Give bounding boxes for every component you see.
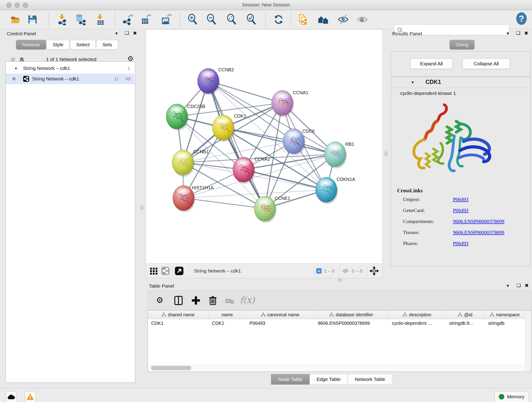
- results-panel-close-icon[interactable]: ✖: [524, 31, 528, 36]
- show-all-button[interactable]: [356, 13, 368, 26]
- pan-crosshair-icon[interactable]: [370, 266, 379, 275]
- delete-column-trash-icon[interactable]: [208, 295, 218, 306]
- warnings-button[interactable]: [25, 391, 36, 402]
- tab-select[interactable]: Select: [70, 40, 96, 50]
- export-table-button[interactable]: [140, 13, 152, 26]
- control-panel-float-icon[interactable]: ❑: [125, 30, 129, 36]
- duplicate-network-button[interactable]: [297, 13, 309, 26]
- zoom-in-icon: [187, 14, 199, 25]
- import-network-database-button[interactable]: [74, 13, 86, 26]
- table-cell[interactable]: P06493: [246, 319, 314, 327]
- table-cell[interactable]: stringdb: [485, 319, 525, 327]
- tab-sets[interactable]: Sets: [96, 40, 118, 50]
- table-row[interactable]: CDK1CDK1P064939606.ENSP00000378699cyclin…: [148, 319, 525, 327]
- table-cell[interactable]: cyclin-dependent ...: [388, 319, 446, 327]
- show-columns-icon[interactable]: [173, 295, 184, 306]
- refresh-view-button[interactable]: [273, 13, 285, 26]
- tab-style[interactable]: Style: [46, 40, 70, 50]
- import-table-file-button[interactable]: [94, 13, 106, 26]
- network-canvas[interactable]: CCNB2CCNA1CDC25BCDK1CDC6RB1CCNB1CCNA2CDK…: [146, 29, 383, 264]
- tree-expand-icon[interactable]: ▼: [14, 66, 18, 70]
- crosslink-link[interactable]: P06493: [453, 240, 468, 246]
- table-cell[interactable]: CDK1: [148, 319, 209, 327]
- horizontal-splitter-handle[interactable]: [337, 278, 342, 282]
- network-node-CDC25B[interactable]: [166, 104, 189, 131]
- table-horizontal-scrollbar[interactable]: [148, 365, 525, 371]
- crosslink-link[interactable]: P06493: [453, 207, 468, 213]
- network-view-toolbar: String Network – cdk1 1 – 0 0 – 0: [146, 263, 383, 278]
- crosslink-link[interactable]: P06493: [453, 196, 468, 202]
- left-splitter-handle[interactable]: [140, 205, 144, 210]
- network-node-CCNE1[interactable]: [254, 196, 277, 223]
- column-tree-icon: [458, 313, 462, 317]
- memory-button[interactable]: Memory: [494, 391, 529, 402]
- network-tree-child-row[interactable]: String Network – cdk1 11 48: [6, 74, 134, 84]
- network-share-icon[interactable]: [161, 267, 170, 275]
- table-cell[interactable]: 9606.ENSP00000378699: [314, 319, 388, 327]
- zoom-selected-button[interactable]: [246, 13, 258, 26]
- network-node-CDK1[interactable]: [212, 115, 235, 142]
- column-header-namespace[interactable]: namespace: [485, 311, 525, 319]
- network-node-CDKN1A[interactable]: [316, 177, 338, 204]
- collapse-all-button[interactable]: Collapse All: [462, 58, 510, 69]
- crosslink-link[interactable]: 9606.ENSP00000378699: [453, 230, 504, 235]
- node-table: shared namenamecanonical namedatabase id…: [147, 310, 532, 372]
- zoom-fit-button[interactable]: [226, 13, 238, 26]
- table-settings-gear-icon[interactable]: ⚙: [156, 295, 163, 305]
- open-in-window-icon[interactable]: [175, 266, 184, 275]
- add-column-icon[interactable]: [191, 295, 201, 306]
- node-label-CCNA2: CCNA2: [254, 157, 270, 162]
- expand-all-button[interactable]: Expand All: [410, 58, 452, 69]
- table-cell[interactable]: CDK1: [209, 319, 246, 327]
- results-panel-float-icon[interactable]: ❑: [516, 30, 520, 36]
- hscrollbar-thumb[interactable]: [151, 366, 191, 370]
- export-image-button[interactable]: [160, 13, 172, 26]
- hide-selected-button[interactable]: [337, 13, 349, 26]
- node-label-CCNB2: CCNB2: [218, 67, 234, 72]
- column-header-canonical-name[interactable]: canonical name: [246, 311, 314, 319]
- import-network-file-button[interactable]: [56, 13, 68, 26]
- column-header-shared-name[interactable]: shared name: [148, 311, 209, 319]
- open-session-button[interactable]: [10, 13, 22, 26]
- control-panel-close-icon[interactable]: ✖: [133, 31, 137, 36]
- table-cell[interactable]: stringdb:9...: [446, 319, 485, 327]
- tab-node-table[interactable]: Node Table: [271, 374, 310, 385]
- zoom-out-button[interactable]: [206, 13, 218, 26]
- network-node-CCNA2[interactable]: [233, 157, 255, 184]
- cloud-button[interactable]: [6, 391, 17, 402]
- save-session-button[interactable]: [27, 13, 38, 26]
- tab-network-table[interactable]: Network Table: [348, 374, 393, 385]
- table-panel-close-icon[interactable]: ✖: [525, 283, 529, 288]
- zoom-in-button[interactable]: [187, 13, 199, 26]
- column-header--id[interactable]: @id: [446, 311, 485, 319]
- column-header-database-identifier[interactable]: database identifier: [314, 311, 388, 319]
- table-vertical-scrollbar[interactable]: [525, 311, 531, 371]
- selected-checkbox[interactable]: [316, 268, 322, 274]
- tab-string[interactable]: String: [450, 40, 475, 50]
- crosslink-label: Compartments:: [403, 218, 453, 224]
- tab-network[interactable]: Network: [16, 40, 46, 50]
- column-tree-icon: [329, 313, 334, 317]
- export-network-button[interactable]: [122, 13, 134, 26]
- control-panel-collapse-icon[interactable]: ▼: [114, 32, 119, 36]
- table-panel-float-icon[interactable]: ❑: [516, 283, 521, 288]
- column-header-name[interactable]: name: [209, 311, 246, 319]
- network-node-CCNB1[interactable]: [172, 150, 195, 177]
- tab-edge-table[interactable]: Edge Table: [310, 374, 348, 385]
- help-button[interactable]: ?: [515, 13, 527, 25]
- table-toolbar: ⚙ f(x): [147, 290, 532, 311]
- network-tree-root-row[interactable]: ▼ String Network – cdk1 1: [6, 63, 134, 74]
- table-panel-collapse-icon[interactable]: ▼: [506, 284, 510, 288]
- results-panel-collapse-icon[interactable]: ▼: [506, 32, 510, 36]
- column-header-label: @id: [464, 312, 472, 317]
- first-neighbors-button[interactable]: [317, 13, 329, 26]
- right-splitter-handle[interactable]: [385, 151, 388, 156]
- network-node-RB1[interactable]: [324, 142, 347, 168]
- network-node-CCNB2[interactable]: [197, 68, 220, 95]
- protein-collapse-icon[interactable]: ▼: [411, 80, 414, 85]
- crosslink-label: GeneCard:: [403, 207, 453, 213]
- network-node-CCNA1[interactable]: [272, 90, 294, 117]
- birds-eye-grid-icon[interactable]: [150, 267, 158, 275]
- crosslink-link[interactable]: 9606.ENSP00000378699: [453, 218, 504, 224]
- column-header-description[interactable]: description: [388, 311, 446, 319]
